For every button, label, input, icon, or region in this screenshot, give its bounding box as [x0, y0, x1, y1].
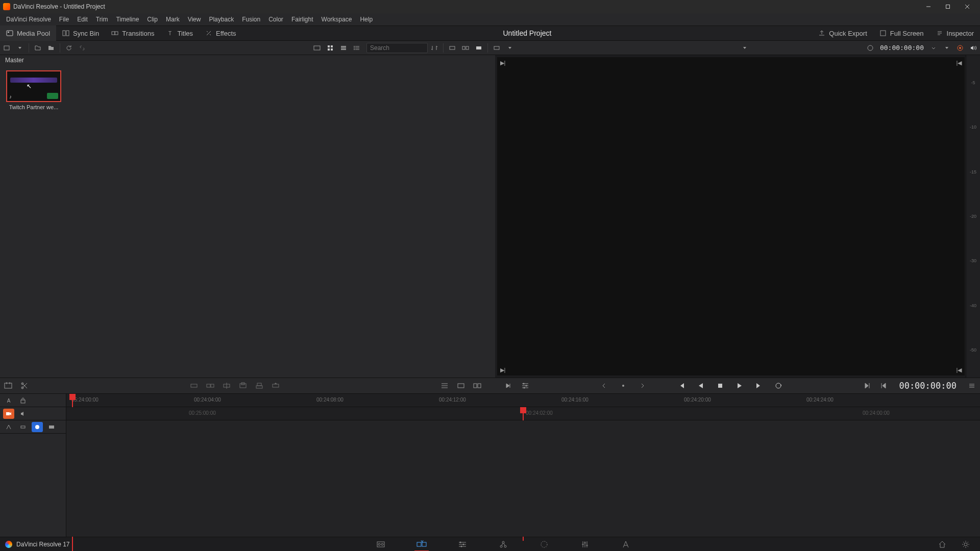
stabilize-button[interactable] — [469, 378, 485, 393]
sort-button[interactable] — [428, 41, 441, 55]
track-lock-toggle[interactable] — [17, 395, 29, 406]
timeline-ruler[interactable]: 05:24:00:00 00:24:04:00 00:24:08:00 00:2… — [66, 394, 980, 407]
bypass-button[interactable] — [864, 41, 877, 55]
breadcrumb[interactable]: Master — [0, 55, 495, 66]
tab-transitions[interactable]: Transitions — [105, 26, 160, 41]
import-media-button[interactable] — [31, 41, 44, 55]
menu-color[interactable]: Color — [264, 13, 287, 26]
place-on-top-button[interactable] — [251, 378, 267, 393]
grid-view-button[interactable] — [324, 41, 337, 55]
tools-dropdown-button[interactable] — [436, 378, 453, 393]
lower-playhead[interactable] — [520, 407, 526, 413]
menu-edit[interactable]: Edit — [73, 13, 92, 26]
tab-media-pool[interactable]: Media Pool — [0, 26, 56, 41]
tab-sync-bin[interactable]: Sync Bin — [56, 26, 105, 41]
tab-quick-export[interactable]: Quick Export — [812, 26, 873, 41]
page-fusion-button[interactable] — [493, 537, 513, 552]
refresh-button[interactable] — [62, 41, 76, 55]
tab-effects[interactable]: Effects — [199, 26, 242, 41]
menu-mark[interactable]: Mark — [162, 13, 184, 26]
clip-thumbnail[interactable]: ♪ ↖ — [6, 70, 61, 102]
smart-insert-button[interactable] — [186, 378, 202, 393]
stop-button[interactable] — [711, 378, 729, 393]
marker-tool-button[interactable] — [3, 422, 14, 432]
viewer-timecode[interactable]: 00:00:00:00 — [877, 44, 927, 52]
tab-full-screen[interactable]: Full Screen — [873, 26, 930, 41]
menu-workspace[interactable]: Workspace — [317, 13, 356, 26]
dynamic-zoom-button[interactable] — [453, 378, 469, 393]
timeline-menu-button[interactable] — [964, 378, 980, 393]
append-button[interactable] — [202, 378, 218, 393]
track-audio-toggle[interactable] — [17, 409, 29, 419]
menu-view[interactable]: View — [184, 13, 205, 26]
snap-toggle[interactable] — [17, 422, 29, 432]
marker-jog-button[interactable] — [614, 378, 632, 393]
timeline-tracks[interactable]: 05:24:00:00 00:24:04:00 00:24:08:00 00:2… — [66, 394, 980, 537]
go-to-end-button[interactable] — [750, 378, 768, 393]
page-deliver-button[interactable] — [616, 537, 636, 552]
timeline-body[interactable] — [66, 420, 980, 537]
play-reverse-button[interactable] — [692, 378, 710, 393]
menu-trim[interactable]: Trim — [92, 13, 112, 26]
audio-settings-button[interactable] — [953, 41, 967, 55]
viewer-first-frame-button-2[interactable]: ▶| — [499, 366, 506, 373]
page-media-button[interactable] — [371, 537, 391, 552]
project-settings-button[interactable] — [955, 537, 976, 552]
menu-timeline[interactable]: Timeline — [112, 13, 143, 26]
tab-inspector[interactable]: Inspector — [930, 26, 980, 41]
audio-sync-toggle[interactable] — [32, 422, 43, 432]
strip-view-button[interactable] — [337, 41, 350, 55]
source-overwrite-button[interactable] — [267, 378, 284, 393]
search-input[interactable] — [366, 43, 428, 53]
ripple-overwrite-button[interactable] — [218, 378, 235, 393]
split-clip-button[interactable] — [16, 378, 33, 393]
home-button[interactable] — [932, 537, 952, 552]
menu-file[interactable]: File — [55, 13, 73, 26]
close-button[interactable] — [958, 0, 977, 13]
timeline-subruler[interactable]: 00:25:00:00 00:24:02:00 00:24:00:00 — [66, 407, 980, 420]
menu-fairlight[interactable]: Fairlight — [287, 13, 317, 26]
timecode-menu[interactable] — [940, 41, 953, 55]
minimize-button[interactable] — [919, 0, 938, 13]
timeline-options-button[interactable] — [517, 378, 533, 393]
bin-list-button[interactable] — [0, 41, 13, 55]
maximize-button[interactable] — [938, 0, 958, 13]
go-to-start-button[interactable] — [672, 378, 691, 393]
video-only-toggle[interactable] — [46, 422, 57, 432]
page-fairlight-button[interactable] — [575, 537, 595, 552]
next-clip-button[interactable] — [859, 378, 875, 393]
fast-review-button[interactable] — [501, 378, 517, 393]
source-clip-button[interactable] — [459, 41, 472, 55]
boring-detector-button[interactable] — [0, 378, 16, 393]
import-folder-button[interactable] — [44, 41, 58, 55]
source-single-button[interactable] — [472, 41, 485, 55]
menu-davinci-resolve[interactable]: DaVinci Resolve — [2, 13, 55, 26]
source-tape-button[interactable] — [446, 41, 459, 55]
page-cut-button[interactable] — [411, 537, 432, 552]
track-a-button[interactable]: A — [3, 395, 14, 406]
viewer-mode-dropdown[interactable] — [503, 41, 517, 55]
page-color-button[interactable] — [534, 537, 554, 552]
upper-playhead[interactable] — [69, 394, 76, 400]
viewer-first-frame-button[interactable]: ▶| — [499, 59, 506, 66]
tab-titles[interactable]: T Titles — [160, 26, 199, 41]
viewer-last-frame-button[interactable]: |◀ — [955, 59, 963, 66]
timeline-timecode[interactable]: 00:00:00:00 — [892, 381, 964, 391]
prev-clip-button[interactable] — [875, 378, 892, 393]
timecode-dropdown[interactable] — [927, 41, 940, 55]
menu-fusion[interactable]: Fusion — [238, 13, 264, 26]
viewer-mode-button[interactable] — [490, 41, 503, 55]
next-edit-button[interactable] — [633, 378, 652, 393]
list-view-button[interactable] — [350, 41, 363, 55]
viewer-dropdown[interactable] — [738, 41, 751, 55]
loop-button[interactable] — [769, 378, 788, 393]
bin-dropdown-button[interactable] — [13, 41, 27, 55]
viewer-last-frame-button-2[interactable]: |◀ — [955, 366, 963, 373]
page-edit-button[interactable] — [452, 537, 473, 552]
mute-button[interactable] — [967, 41, 980, 55]
media-clip[interactable]: ♪ ↖ Twitch Partner we... — [6, 70, 61, 110]
prev-edit-button[interactable] — [595, 378, 613, 393]
menu-clip[interactable]: Clip — [143, 13, 162, 26]
menu-help[interactable]: Help — [356, 13, 377, 26]
viewer-screen[interactable]: ▶| |◀ ▶| |◀ — [497, 57, 965, 375]
